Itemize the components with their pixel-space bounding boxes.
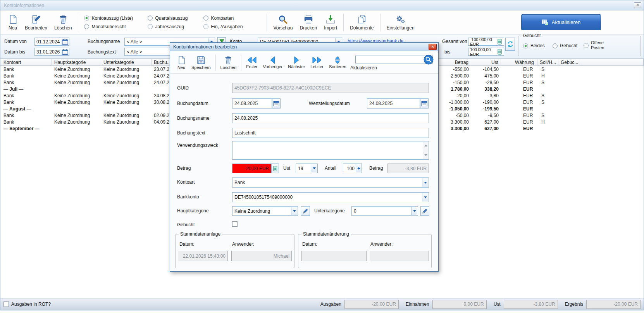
filter-refresh-button[interactable] [505, 38, 515, 51]
drucken-button[interactable]: Drucken [296, 13, 320, 32]
naechster-button[interactable]: Nächster [285, 55, 308, 70]
verwendungszweck-textarea[interactable] [232, 141, 429, 160]
unterkategorie-edit-button[interactable] [420, 206, 429, 216]
betrag-input[interactable]: -20,00 EUR [232, 164, 271, 173]
dialog-loeschen-button[interactable]: Löschen [218, 54, 239, 71]
cell-waehrung: EUR [501, 66, 537, 73]
kontoart-dropdown[interactable]: Bank [232, 177, 429, 188]
refresh-icon [507, 41, 514, 48]
radio-icon [553, 43, 558, 48]
calendar-icon [62, 39, 68, 45]
sortieren-button[interactable]: Sortieren [326, 55, 349, 70]
cell-waehrung: EUR [501, 99, 537, 106]
calendar-icon [421, 100, 427, 107]
unterkategorie-dropdown[interactable]: 0 [351, 206, 418, 216]
radio-quartalsauszug[interactable]: Quartalsauszug [148, 16, 202, 21]
hauptkategorie-edit-button[interactable] [301, 206, 310, 216]
datum-von-calendar-button[interactable] [61, 38, 69, 46]
radio-jahresauszug[interactable]: Jahresauszug [148, 24, 202, 29]
cell-hauptkategorie: Keine Zuordnung [52, 66, 101, 73]
betrag-calculator-button[interactable] [271, 164, 279, 173]
vorschau-button[interactable]: Vorschau [270, 13, 296, 32]
buchungsname-input[interactable]: 24.08.2025 [232, 113, 429, 123]
dialog-search-input[interactable] [355, 55, 433, 64]
letzter-button[interactable]: Letzter [308, 55, 326, 70]
cell-kontoart: Bank [0, 112, 52, 119]
window-close-button[interactable]: ✕ [634, 2, 641, 8]
cell-ust: -3,80 [471, 93, 501, 99]
ausgaben-rot-checkbox[interactable] [3, 301, 9, 307]
column-header-ust[interactable]: Ust [471, 59, 501, 66]
dialog-speichern-button[interactable]: Speichern [189, 54, 214, 71]
radio-offene-posten[interactable]: Offene Posten [584, 40, 629, 50]
column-header-unterkategorie[interactable]: Unterkategorie [101, 59, 152, 66]
gesamt-von-input[interactable]: -100.000,00 EUR [468, 38, 504, 46]
vorheriger-button[interactable]: Vorheriger [260, 55, 285, 70]
datum-bis-calendar-button[interactable] [61, 48, 69, 56]
textarea-scrollbar[interactable] [423, 142, 428, 159]
radio-gebucht[interactable]: Gebucht [553, 43, 577, 48]
aktualisieren-label: Aktualisieren [552, 19, 580, 25]
cell-geb [558, 66, 580, 73]
anlage-datum-label: Datum: [179, 241, 195, 247]
radio-kontoauszug-liste[interactable]: Kontoauszug (Liste) [84, 16, 146, 21]
column-header-soll-haben[interactable]: Soll/H... [537, 59, 558, 66]
radio-kontoarten[interactable]: Kontoarten [203, 16, 261, 21]
dokumente-button[interactable]: Dokumente [346, 13, 377, 32]
chevron-down-icon [311, 164, 317, 172]
wertstellungsdatum-calendar-button[interactable] [420, 98, 429, 109]
calculator-icon[interactable] [497, 39, 503, 45]
bearbeiten-button[interactable]: Bearbeiten [21, 13, 51, 32]
aktualisieren-button[interactable]: Aktualisieren [521, 14, 601, 30]
cell-filler [580, 126, 644, 132]
cell-ust: 627,00 [471, 126, 501, 132]
dialog-titlebar[interactable]: Kontoinformationen bearbeiten ✕ [170, 43, 438, 51]
column-header-gebucht[interactable]: Gebuc... [558, 59, 580, 66]
ust-dropdown[interactable]: 19 [296, 164, 318, 173]
loeschen-button[interactable]: Löschen [51, 13, 75, 32]
vorschau-label: Vorschau [273, 25, 293, 31]
anlage-anwender-field: Michael [231, 251, 292, 261]
buchungstext-input[interactable]: Lastschrift [232, 128, 429, 138]
gebucht-checkbox[interactable] [232, 221, 238, 227]
column-header-hauptkategorie[interactable]: Hauptkategorie [52, 59, 101, 66]
datum-von-input[interactable]: 01.12.2024 [34, 38, 61, 46]
datum-von-label: Datum von [4, 39, 27, 44]
dialog-toolbar: Neu Speichern Löschen Erster Vorheriger [170, 51, 438, 74]
datum-bis-input[interactable]: 31.01.2026 [34, 48, 61, 56]
anlage-datum-field: 22.01.2026 15:43:00 [179, 251, 228, 261]
cell-soll: S [537, 99, 558, 106]
dialog-aktualisieren-label[interactable]: Aktualisieren [350, 65, 433, 71]
erster-button[interactable]: Erster [243, 55, 260, 70]
hauptkategorie-dropdown[interactable]: Keine Zuordnung [232, 206, 298, 216]
cell-ust: 627,00 [471, 119, 501, 126]
radio-ein-ausgaben[interactable]: Ein,-/Ausgaben [203, 24, 261, 29]
column-header-betrag[interactable]: Betrag [439, 59, 471, 66]
spinner-buttons[interactable] [356, 164, 361, 172]
dialog-neu-button[interactable]: Neu [174, 54, 189, 71]
cell-ust: -104,50 [471, 66, 501, 73]
aenderung-datum-label: Datum: [302, 241, 317, 247]
import-button[interactable]: Import [320, 13, 341, 32]
search-button[interactable] [423, 54, 434, 65]
dialog-close-button[interactable]: ✕ [429, 44, 437, 50]
calendar-icon [273, 100, 279, 107]
buchungdatum-calendar-button[interactable] [272, 98, 281, 109]
kontoart-label: Kontoart [177, 179, 195, 185]
gebucht-groupbox: Gebucht Beides Gebucht Offene Posten [518, 36, 641, 56]
neu-button[interactable]: Neu [4, 13, 21, 32]
gesamt-bis-input[interactable]: 100.000,00 EUR [468, 48, 504, 56]
radio-monatsuebersicht[interactable]: Monatsübersicht [84, 24, 146, 29]
calculator-icon[interactable] [497, 49, 503, 55]
einstellungen-button[interactable]: Einstellungen [383, 13, 418, 32]
cell-waehrung: EUR [501, 112, 537, 119]
buchungdatum-input[interactable]: 24.08.2025 [232, 98, 272, 109]
cell-kontoart: Bank [0, 79, 52, 86]
radio-beides[interactable]: Beides [523, 43, 545, 48]
bankkonto-dropdown[interactable]: DE74500105175409000000 [232, 192, 429, 202]
wertstellungsdatum-input[interactable]: 24.08.2025 [367, 98, 420, 109]
anteil-spinner[interactable]: 100 [343, 164, 362, 173]
column-header-waehrung[interactable]: Währung [501, 59, 537, 66]
column-header-kontoart[interactable]: Kontoart [0, 59, 52, 66]
cell-soll: S [537, 93, 558, 99]
